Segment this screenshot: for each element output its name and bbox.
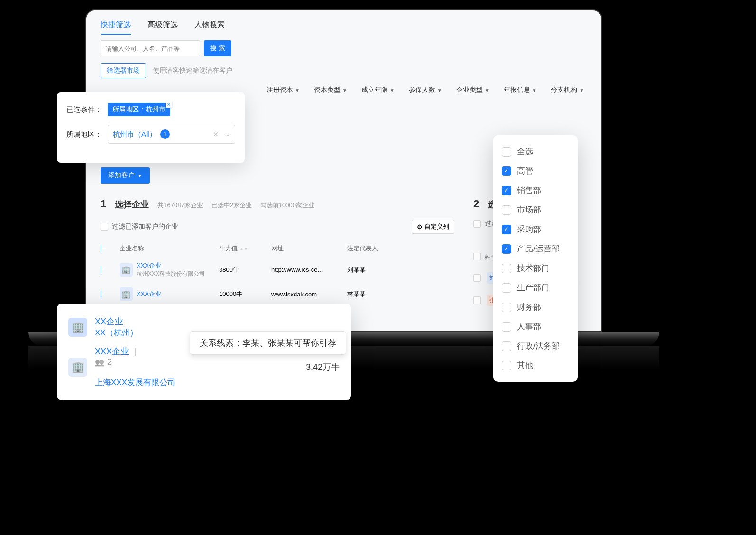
caret-icon: ▼ <box>295 88 300 93</box>
cell-rep: 林某某 <box>347 290 385 298</box>
dept-option[interactable]: 产品/运营部 <box>502 239 569 258</box>
search-button[interactable]: 搜 索 <box>204 40 231 56</box>
dept-label: 生产部门 <box>517 282 549 293</box>
dept-label: 销售部 <box>517 185 541 196</box>
step-number: 2 <box>473 198 479 210</box>
dept-checkbox[interactable] <box>502 166 511 176</box>
filter-years[interactable]: 成立年限▼ <box>361 86 395 94</box>
dept-checkbox[interactable] <box>502 225 511 234</box>
select-top-link[interactable]: 勾选前10000家企业 <box>260 201 314 210</box>
remove-tag-icon[interactable]: ✕ <box>166 101 172 108</box>
col-header-url: 网址 <box>271 244 338 253</box>
region-value: 杭州市（All） <box>113 130 157 139</box>
dept-checkbox[interactable] <box>502 147 511 157</box>
dept-option[interactable]: 市场部 <box>502 200 569 220</box>
add-customer-button[interactable]: 添加客户▼ <box>101 167 150 184</box>
col-header-rep: 法定代表人 <box>347 244 385 253</box>
selected-conditions-card: 已选条件： 所属地区：杭州市 ✕ 所属地区： 杭州市（All） 1 ✕ ⌄ <box>57 92 245 163</box>
building-icon: 🏢 <box>68 358 87 377</box>
contact-select-all[interactable] <box>473 253 481 260</box>
filter-tabs: 快捷筛选 高级筛选 人物搜索 <box>101 20 587 35</box>
tab-people-search[interactable]: 人物搜索 <box>194 20 225 35</box>
selected-conditions-label: 已选条件： <box>66 105 102 114</box>
table-row[interactable]: 🏢 XXX企业杭州XXX科技股份有限公司 3800牛 http://www.lc… <box>101 257 454 283</box>
dept-checkbox[interactable] <box>502 283 511 293</box>
step-title: 选择企业 <box>115 199 149 210</box>
filter-capital-type[interactable]: 资本类型▼ <box>314 86 347 94</box>
dept-option[interactable]: 采购部 <box>502 220 569 239</box>
caret-icon: ▼ <box>485 88 489 93</box>
cell-niu: 10000牛 <box>219 290 262 298</box>
sort-icon: ▲▼ <box>240 248 248 250</box>
custom-columns-button[interactable]: 自定义列 <box>412 220 454 234</box>
dept-option[interactable]: 人事部 <box>502 317 569 336</box>
row-checkbox[interactable] <box>101 266 101 274</box>
table-row[interactable]: 🏢 XXX企业 10000牛 www.isxdak.com 林某某 <box>101 283 454 305</box>
caret-icon: ▼ <box>342 88 347 93</box>
dept-option[interactable]: 技术部门 <box>502 258 569 278</box>
company-table: 企业名称 牛力值▲▼ 网址 法定代表人 🏢 XXX企业杭州XXX科技股份有限公司… <box>101 240 454 305</box>
col-header-niu[interactable]: 牛力值▲▼ <box>219 244 262 253</box>
chevron-down-icon: ⌄ <box>225 131 230 138</box>
cell-url[interactable]: www.isxdak.com <box>271 291 338 298</box>
condition-tag[interactable]: 所属地区：杭州市 ✕ <box>108 103 170 116</box>
dept-option[interactable]: 全选 <box>502 142 569 161</box>
row-checkbox[interactable] <box>101 290 101 298</box>
dept-label: 技术部门 <box>517 263 549 274</box>
dept-checkbox[interactable] <box>502 361 511 370</box>
building-icon: 🏢 <box>68 318 87 337</box>
filter-insured[interactable]: 参保人数▼ <box>409 86 442 94</box>
filter-added-label: 过滤已添加客户的企业 <box>112 222 178 231</box>
dept-option[interactable]: 财务部 <box>502 297 569 317</box>
filter-capital[interactable]: 注册资本▼ <box>267 86 300 94</box>
caret-icon: ▼ <box>390 88 395 93</box>
search-row: 搜 索 <box>101 40 587 56</box>
dept-checkbox[interactable] <box>502 341 511 351</box>
tab-advanced-filter[interactable]: 高级筛选 <box>148 20 178 35</box>
tab-quick-filter[interactable]: 快捷筛选 <box>101 20 131 35</box>
dept-label: 市场部 <box>517 204 541 215</box>
dept-option[interactable]: 行政/法务部 <box>502 336 569 356</box>
col-header-name: 企业名称 <box>120 244 210 253</box>
dept-option[interactable]: 高管 <box>502 161 569 181</box>
dept-checkbox[interactable] <box>502 264 511 273</box>
cell-url[interactable]: http://www.lcs-ce... <box>271 266 338 273</box>
filter-report[interactable]: 年报信息▼ <box>504 86 537 94</box>
company-suggestion-card: 🏢 XX企业 XX（杭州） 关系线索：李某、张某某可帮你引荐 🏢 XXX企业 |… <box>57 304 351 400</box>
company-count: 共167087家企业 <box>157 201 203 210</box>
filter-added-checkbox[interactable] <box>101 223 108 231</box>
dept-label: 行政/法务部 <box>517 341 560 351</box>
clear-icon[interactable]: ✕ <box>213 130 219 138</box>
contact-checkbox[interactable] <box>473 274 481 282</box>
caret-icon: ▼ <box>437 88 442 93</box>
dept-option[interactable]: 生产部门 <box>502 278 569 297</box>
region-select[interactable]: 杭州市（All） 1 ✕ ⌄ <box>108 125 235 144</box>
cell-rep: 刘某某 <box>347 266 385 274</box>
filter-market-button[interactable]: 筛选器市场 <box>101 63 146 78</box>
select-company-section: 1 选择企业 共167087家企业 已选中2家企业 勾选前10000家企业 过滤… <box>101 198 454 306</box>
caret-icon: ▼ <box>532 88 537 93</box>
dept-checkbox[interactable] <box>502 322 511 332</box>
people-icon <box>95 357 104 367</box>
search-input[interactable] <box>101 40 200 56</box>
dept-option[interactable]: 销售部 <box>502 181 569 200</box>
contact-checkbox[interactable] <box>473 296 481 304</box>
dept-label: 高管 <box>517 166 533 176</box>
select-all-checkbox[interactable] <box>101 245 101 253</box>
dept-checkbox[interactable] <box>502 303 511 312</box>
filter-market-hint: 使用潜客快速筛选潜在客户 <box>153 66 232 75</box>
step-number: 1 <box>101 198 106 210</box>
department-filter-card: 全选高管销售部市场部采购部产品/运营部技术部门生产部门财务部人事部行政/法务部其… <box>493 135 578 382</box>
dept-option[interactable]: 其他 <box>502 356 569 375</box>
dept-label: 财务部 <box>517 302 541 313</box>
dept-checkbox[interactable] <box>502 186 511 195</box>
filter-branch[interactable]: 分支机构▼ <box>551 86 584 94</box>
dept-checkbox[interactable] <box>502 205 511 215</box>
filter-empty-checkbox[interactable] <box>473 220 481 228</box>
dept-label: 其他 <box>517 360 533 371</box>
dept-checkbox[interactable] <box>502 244 511 254</box>
dept-label: 采购部 <box>517 224 541 235</box>
filter-company-type[interactable]: 企业类型▼ <box>456 86 489 94</box>
cell-niu: 3800牛 <box>219 266 262 274</box>
region-count-badge: 1 <box>160 129 170 139</box>
